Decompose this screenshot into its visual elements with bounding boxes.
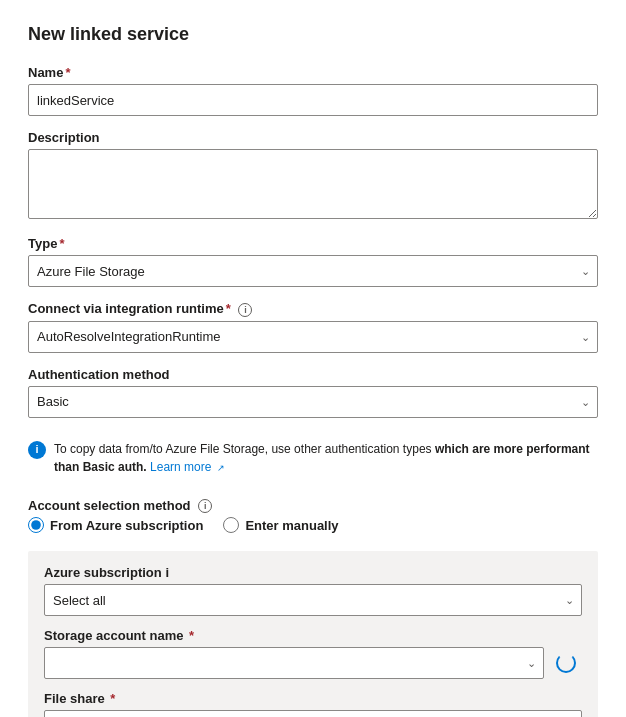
name-label: Name* bbox=[28, 65, 598, 80]
account-selection-info-icon: i bbox=[198, 499, 212, 513]
learn-more-link[interactable]: Learn more ↗ bbox=[150, 460, 225, 474]
runtime-field-group: Connect via integration runtime* i AutoR… bbox=[28, 301, 598, 353]
type-select-wrapper: Azure File Storage ⌄ bbox=[28, 255, 598, 287]
info-banner-icon: i bbox=[28, 441, 46, 459]
auth-label: Authentication method bbox=[28, 367, 598, 382]
radio-azure-input[interactable] bbox=[28, 517, 44, 533]
auth-select-wrapper: Basic ⌄ bbox=[28, 386, 598, 418]
storage-account-refresh-button[interactable] bbox=[550, 647, 582, 679]
azure-subscription-info-icon: i bbox=[165, 565, 169, 580]
account-selection-field-group: Account selection method i From Azure su… bbox=[28, 498, 598, 538]
storage-account-label: Storage account name * bbox=[44, 628, 582, 643]
account-selection-radio-group: From Azure subscription Enter manually bbox=[28, 517, 598, 537]
file-share-select[interactable]: No file share bbox=[44, 710, 582, 717]
azure-subscription-label: Azure subscription i bbox=[44, 565, 582, 580]
radio-manual-label: Enter manually bbox=[245, 518, 338, 533]
storage-account-field-group: Storage account name * ⌄ bbox=[44, 628, 582, 679]
type-select[interactable]: Azure File Storage bbox=[28, 255, 598, 287]
radio-enter-manually[interactable]: Enter manually bbox=[223, 517, 338, 533]
type-field-group: Type* Azure File Storage ⌄ bbox=[28, 236, 598, 287]
runtime-info-icon: i bbox=[238, 303, 252, 317]
storage-account-select-wrapper: ⌄ bbox=[44, 647, 544, 679]
runtime-select-wrapper: AutoResolveIntegrationRuntime ⌄ bbox=[28, 321, 598, 353]
azure-subscription-subsection: Azure subscription i Select all ⌄ Storag… bbox=[28, 551, 598, 717]
external-link-icon: ↗ bbox=[217, 463, 225, 473]
info-banner: i To copy data from/to Azure File Storag… bbox=[28, 432, 598, 484]
page-title: New linked service bbox=[28, 24, 598, 45]
description-input[interactable] bbox=[28, 149, 598, 219]
storage-account-select[interactable] bbox=[44, 647, 544, 679]
azure-subscription-field-group: Azure subscription i Select all ⌄ bbox=[44, 565, 582, 616]
info-banner-text: To copy data from/to Azure File Storage,… bbox=[54, 440, 598, 476]
radio-azure-subscription[interactable]: From Azure subscription bbox=[28, 517, 203, 533]
description-label: Description bbox=[28, 130, 598, 145]
auth-field-group: Authentication method Basic ⌄ bbox=[28, 367, 598, 418]
auth-select[interactable]: Basic bbox=[28, 386, 598, 418]
azure-subscription-select-wrapper: Select all ⌄ bbox=[44, 584, 582, 616]
file-share-label: File share * bbox=[44, 691, 582, 706]
type-label: Type* bbox=[28, 236, 598, 251]
file-share-select-wrapper: No file share ⌄ bbox=[44, 710, 582, 717]
account-selection-label: Account selection method i bbox=[28, 498, 598, 514]
storage-account-select-with-refresh: ⌄ bbox=[44, 647, 582, 679]
name-input[interactable] bbox=[28, 84, 598, 116]
radio-azure-label: From Azure subscription bbox=[50, 518, 203, 533]
file-share-field-group: File share * No file share ⌄ bbox=[44, 691, 582, 717]
runtime-select[interactable]: AutoResolveIntegrationRuntime bbox=[28, 321, 598, 353]
description-field-group: Description bbox=[28, 130, 598, 222]
azure-subscription-select[interactable]: Select all bbox=[44, 584, 582, 616]
name-field-group: Name* bbox=[28, 65, 598, 116]
radio-manual-input[interactable] bbox=[223, 517, 239, 533]
refresh-icon bbox=[556, 653, 576, 673]
runtime-label: Connect via integration runtime* i bbox=[28, 301, 598, 317]
